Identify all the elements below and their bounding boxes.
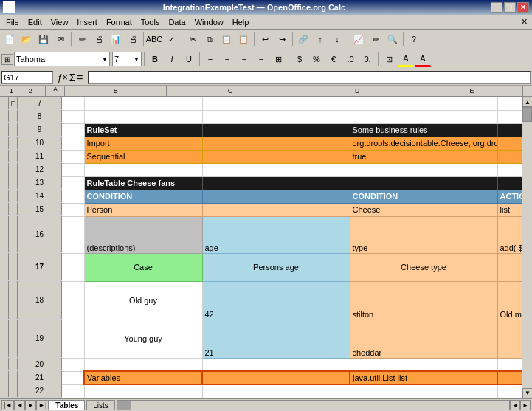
row-19-num[interactable]: 19	[18, 320, 62, 357]
cell-A15[interactable]	[62, 203, 84, 216]
decimal-inc-button[interactable]: .0	[342, 51, 359, 67]
row-12-num[interactable]: 12	[18, 163, 62, 176]
cell-C11[interactable]	[202, 150, 350, 163]
close-button[interactable]: ✕	[517, 2, 529, 13]
maximize-button[interactable]: □	[504, 2, 516, 13]
font-size-dropdown-icon[interactable]: ▼	[134, 56, 139, 63]
cell-D9[interactable]: Some business rules	[350, 123, 497, 137]
scroll-right-button[interactable]: ►	[520, 400, 531, 410]
cell-C18[interactable]: 42	[202, 281, 350, 320]
print-button[interactable]: 🖨	[125, 31, 141, 47]
cell-A13[interactable]	[62, 176, 84, 190]
cell-C8[interactable]	[202, 110, 350, 123]
sheet-tab-tables[interactable]: Tables	[49, 400, 85, 410]
row-11-num[interactable]: 11	[18, 150, 62, 162]
cell-D12[interactable]	[350, 163, 497, 176]
cell-B13[interactable]: RuleTable Cheese fans	[84, 176, 202, 190]
cell-D11[interactable]: true	[350, 150, 497, 163]
group-level-1[interactable]: 1	[7, 86, 15, 96]
cell-E19[interactable]: Young man cheddar	[497, 320, 522, 358]
cell-D18[interactable]: stilton	[350, 281, 497, 320]
cell-B11[interactable]: Sequential	[84, 150, 202, 163]
cell-C16[interactable]: age	[202, 216, 350, 253]
help-button[interactable]: ?	[406, 31, 422, 47]
cell-E15[interactable]: list	[497, 203, 522, 216]
cell-B21[interactable]: Variables	[84, 371, 202, 384]
cell-D15[interactable]: Cheese	[350, 203, 497, 216]
save-button[interactable]: 💾	[35, 31, 52, 47]
spellcheck-button[interactable]: ABC	[146, 31, 162, 47]
cell-A20[interactable]	[62, 358, 84, 371]
cell-C19[interactable]: 21	[202, 320, 350, 358]
export-pdf-button[interactable]: 🖨	[91, 31, 107, 47]
cell-reference-box[interactable]: G17	[1, 71, 53, 84]
cell-D10[interactable]: org.drools.decisiontable.Cheese, org.dro…	[350, 137, 497, 150]
cell-E22[interactable]	[497, 384, 522, 398]
cell-A10[interactable]	[62, 137, 84, 150]
font-name-box[interactable]: Tahoma ▼	[14, 52, 110, 66]
cell-A19[interactable]	[62, 320, 84, 358]
cell-A11[interactable]	[62, 150, 84, 163]
row-18-num[interactable]: 18	[18, 281, 62, 319]
menu-tools[interactable]: Tools	[137, 16, 165, 28]
col-B-header[interactable]: B	[65, 86, 167, 96]
cell-D17[interactable]: Cheese type	[350, 253, 497, 281]
row-21-num[interactable]: 21	[18, 371, 62, 384]
cell-B16[interactable]: (descriptions)	[84, 216, 202, 253]
scroll-thumb-v[interactable]	[522, 107, 532, 122]
cell-E8[interactable]	[497, 110, 522, 123]
menu-edit[interactable]: Edit	[24, 16, 46, 28]
row-8-num[interactable]: 8	[18, 110, 62, 122]
cell-A14[interactable]	[62, 190, 84, 203]
navigator-button[interactable]: 🔍	[384, 31, 401, 47]
tab-nav-prev[interactable]: ◄	[14, 400, 25, 410]
cell-E21[interactable]	[497, 371, 522, 384]
email-button[interactable]: ✉	[52, 31, 69, 47]
cell-B19[interactable]: Young guy	[84, 320, 202, 358]
row-13-num[interactable]: 13	[18, 176, 62, 189]
font-dropdown-icon[interactable]: ▼	[102, 56, 108, 63]
cell-A9[interactable]	[62, 123, 84, 137]
row-9-num[interactable]: 9	[18, 123, 62, 136]
cell-D14[interactable]: CONDITION	[350, 190, 497, 203]
sort-asc-button[interactable]: ↑	[312, 31, 328, 47]
align-center-button[interactable]: ≡	[219, 51, 235, 67]
cell-B8[interactable]	[84, 110, 202, 123]
cell-D8[interactable]	[350, 110, 497, 123]
cell-C22[interactable]	[202, 384, 350, 398]
cell-A16[interactable]	[62, 216, 84, 253]
col-E-header[interactable]: E	[421, 86, 523, 96]
cell-B22[interactable]	[84, 384, 202, 398]
cell-B7[interactable]	[84, 97, 202, 110]
cell-A7[interactable]	[62, 97, 84, 110]
font-size-box[interactable]: 7 ▼	[112, 52, 142, 66]
border-button[interactable]: ⊡	[381, 51, 397, 67]
cell-A17[interactable]	[62, 253, 84, 281]
sheet-tab-lists[interactable]: Lists	[86, 400, 115, 410]
cell-C13[interactable]	[202, 176, 350, 190]
italic-button[interactable]: I	[164, 51, 180, 67]
currency2-button[interactable]: €	[325, 51, 342, 67]
sort-desc-button[interactable]: ↓	[329, 31, 345, 47]
cell-D13[interactable]	[350, 176, 497, 190]
col-C-header[interactable]: C	[167, 86, 294, 96]
cell-A21[interactable]	[62, 371, 84, 384]
cell-E20[interactable]	[497, 358, 522, 371]
row-7-num[interactable]: 7	[18, 97, 62, 109]
menu-file[interactable]: File	[1, 16, 24, 28]
cell-E17[interactable]: Log	[497, 253, 522, 281]
paste-special-button[interactable]: 📋	[235, 31, 252, 47]
row-17-num[interactable]: 17	[18, 253, 62, 280]
cut-button[interactable]: ✂	[184, 31, 201, 47]
bg-color-button[interactable]: A	[398, 51, 414, 67]
titlebar-controls[interactable]: _ □ ✕	[491, 2, 529, 13]
scroll-down-button[interactable]: ▼	[522, 388, 532, 398]
cell-D22[interactable]	[350, 384, 497, 398]
cell-A22[interactable]	[62, 384, 84, 398]
cell-A12[interactable]	[62, 163, 84, 176]
cell-E10[interactable]	[497, 137, 522, 150]
vertical-scrollbar[interactable]: ▲ ▼	[522, 97, 532, 398]
cell-D7[interactable]	[350, 97, 497, 110]
cell-E9[interactable]	[497, 123, 522, 137]
tab-nav-left[interactable]: |◄	[1, 400, 14, 410]
